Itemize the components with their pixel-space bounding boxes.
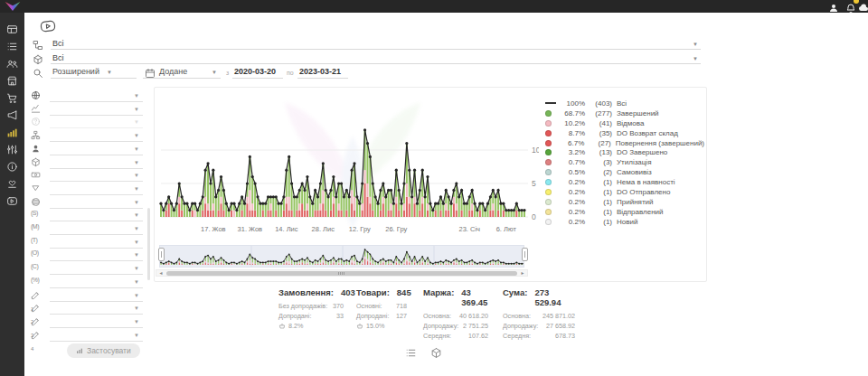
navigator-right-handle[interactable] [522,248,528,261]
legend-item[interactable]: 0.2%(1)Нема в наявності [545,177,704,187]
chevron-down-icon[interactable]: ▼ [134,200,139,205]
sidebar-item-dashboard[interactable] [6,23,18,34]
filter-row-sitemap[interactable]: ▼ [30,130,143,142]
sidebar-item-announcements[interactable] [6,108,18,120]
sidebar-item-info[interactable] [6,160,18,172]
video-icon [6,195,18,207]
chevron-down-icon[interactable]: ▼ [134,212,139,218]
scroll-left-icon[interactable]: ◄ [156,270,165,276]
search-icon[interactable] [33,66,43,77]
filter-row-pencil-4[interactable]: 4▼ [30,330,143,342]
chevron-down-icon[interactable]: ▼ [693,42,698,47]
filter-row-pencil-3[interactable]: 3▼ [30,316,143,328]
legend-item[interactable]: 6.7%(27)Повернення (завершений) [545,138,704,148]
chevron-down-icon[interactable]: ▼ [134,266,139,271]
list-view-icon[interactable] [405,346,417,358]
filter-row-person[interactable]: ▼ [30,144,143,155]
date-from-input[interactable]: 2020-03-20 [234,67,276,76]
filter-row-pct[interactable]: (%)▼ [30,277,143,288]
presentation-icon[interactable] [39,19,56,33]
chevron-down-icon[interactable]: ▼ [134,160,139,165]
filter-row-pencil-2[interactable]: 2▼ [30,303,143,315]
filter-row-trend[interactable]: ▼ [30,104,143,116]
filter-row-globe-grid[interactable]: ▼ [30,197,143,209]
legend-item[interactable]: 68.7%(277)Завершений [545,108,704,118]
date-field-select[interactable]: Додане [159,67,187,76]
filter-row-M[interactable]: (M)▼ [30,223,143,235]
package-view-icon[interactable] [430,346,442,358]
stat-title: Замовлення: [278,287,334,297]
filter-row-package[interactable]: ▼ [30,157,143,169]
panel-scrollbar[interactable] [147,208,150,280]
sidebar-item-loyalty[interactable] [6,177,18,189]
legend-item[interactable]: 0.2%(1)Відправлений [545,207,704,217]
scrollbar-thumb[interactable] [166,271,517,276]
user-icon[interactable] [828,1,839,12]
filter-row-S[interactable]: (S)▼ [30,210,143,221]
filter-row-O[interactable]: (O)▼ [30,249,143,261]
search-mode-select[interactable]: Розширений [52,67,99,76]
theme-cloud-icon[interactable] [858,1,868,12]
filter-row-C[interactable]: (C)▼ [30,263,143,275]
chevron-down-icon[interactable]: ▼ [134,240,139,245]
apply-button[interactable]: Застосувати [67,343,140,358]
chevron-down-icon[interactable]: ▼ [134,293,139,298]
legend-item[interactable]: 0.5%(2)Самовивіз [545,167,704,177]
chevron-down-icon[interactable]: ▼ [134,306,139,311]
chevron-down-icon[interactable]: ▼ [107,70,112,75]
stat-sub-label: Допродажу: [423,321,458,331]
sidebar-item-cart[interactable] [6,91,18,103]
sidebar-item-settings-sliders[interactable] [6,143,18,155]
chevron-down-icon[interactable]: ▼ [693,56,698,61]
dot-swatch [545,189,552,195]
chevron-down-icon[interactable]: ▼ [134,93,139,99]
legend-label: Утилізація [617,158,651,166]
chevron-down-icon[interactable]: ▼ [134,146,139,152]
sidebar-item-orders-list[interactable] [6,40,18,52]
date-to-input[interactable]: 2023-03-21 [299,67,341,76]
filter-row-money[interactable]: ▼ [30,170,143,182]
legend-item[interactable]: 0.2%(1)DO Отправлено [545,187,704,197]
legend-item[interactable]: 0.2%(1)Новий [545,217,704,227]
app-logo-icon[interactable] [4,1,22,12]
sidebar-item-store[interactable] [6,74,18,86]
chevron-down-icon[interactable]: ▼ [134,173,139,178]
legend-item[interactable]: 3.2%(13)DO Завершено [545,147,704,157]
chevron-down-icon[interactable]: ▼ [134,186,139,192]
stat-sub-label: Середня: [423,331,451,341]
filter-row-funnel[interactable]: ▼ [30,183,143,195]
chevron-down-icon[interactable]: ▼ [134,279,139,285]
horizontal-scrollbar[interactable]: ◄ ► [156,269,528,277]
chevron-down-icon[interactable]: ▼ [134,252,139,258]
filter-underline [50,260,143,261]
filter-row-T[interactable]: (T)▼ [30,237,143,249]
chevron-down-icon[interactable]: ▼ [212,70,217,75]
chevron-down-icon[interactable]: ▼ [134,119,139,125]
chevron-down-icon[interactable]: ▼ [134,226,139,231]
legend-item[interactable]: 100%(403)Всі [545,99,704,108]
sidebar-item-video[interactable] [6,194,18,206]
filter-row-help[interactable]: ▼ [30,117,143,128]
stat-badge-value: 8.2% [288,321,303,332]
legend-item[interactable]: 10.2%(41)Відмова [545,118,704,128]
chevron-down-icon[interactable]: ▼ [134,319,139,324]
legend-item[interactable]: 0.2%(1)Прийнятий [545,197,704,207]
legend-item[interactable]: 8.7%(35)DO Возврат склад [545,128,704,138]
chevron-down-icon[interactable]: ▼ [134,133,139,138]
chevron-down-icon[interactable]: ▼ [134,333,139,338]
sidebar-item-analytics[interactable] [6,126,18,137]
filter-row-globe[interactable]: ▼ [30,90,143,102]
notifications-bell-icon[interactable] [845,1,856,12]
orders-chart[interactable]: 051017. Жов31. Жов14. Лис28. Лис12. Гру2… [159,96,539,239]
sidebar-item-customers[interactable] [6,57,18,69]
chart-navigator[interactable] [159,245,524,268]
legend-percent: 0.2% [560,218,585,226]
status-filter-value[interactable]: Всі [52,39,64,48]
product-filter-value[interactable]: Всі [52,53,64,62]
chevron-down-icon[interactable]: ▼ [134,107,139,112]
filter-row-pencil-1[interactable]: 1▼ [30,290,143,302]
legend-item[interactable]: 0.7%(3)Утилізація [545,157,704,167]
navigator-left-handle[interactable] [158,248,165,261]
scroll-right-icon[interactable]: ► [518,270,527,276]
svg-text:12. Гру: 12. Гру [349,225,371,233]
